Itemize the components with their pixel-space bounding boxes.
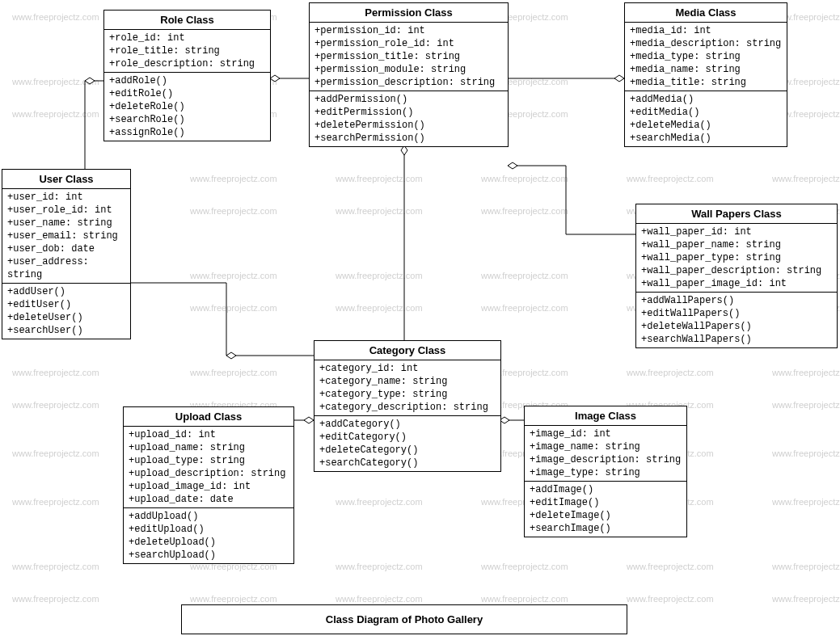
class-title: Media Class bbox=[625, 3, 787, 23]
class-attributes: +permission_id: int+permission_role_id: … bbox=[310, 23, 508, 91]
class-attributes: +upload_id: int+upload_name: string+uplo… bbox=[124, 427, 293, 507]
class-operations: +addUser()+editUser()+deleteUser()+searc… bbox=[2, 283, 130, 339]
class-attributes: +wall_paper_id: int+wall_paper_name: str… bbox=[636, 224, 837, 292]
class-attributes: +user_id: int+user_role_id: int+user_nam… bbox=[2, 189, 130, 283]
class-permission: Permission Class +permission_id: int+per… bbox=[309, 2, 509, 147]
class-operations: +addWallPapers()+editWallPapers()+delete… bbox=[636, 292, 837, 347]
class-attributes: +media_id: int+media_description: string… bbox=[625, 23, 787, 91]
diagram-canvas: Role Class +role_id: int+role_title: str… bbox=[0, 0, 840, 640]
class-title: Permission Class bbox=[310, 3, 508, 23]
class-operations: +addUpload()+editUpload()+deleteUpload()… bbox=[124, 507, 293, 563]
class-title: Upload Class bbox=[124, 407, 293, 427]
class-attributes: +role_id: int+role_title: string+role_de… bbox=[104, 30, 270, 72]
class-title: Role Class bbox=[104, 11, 270, 30]
class-user: User Class +user_id: int+user_role_id: i… bbox=[2, 169, 131, 339]
class-operations: +addCategory()+editCategory()+deleteCate… bbox=[314, 415, 500, 471]
class-upload: Upload Class +upload_id: int+upload_name… bbox=[123, 406, 294, 564]
class-category: Category Class +category_id: int+categor… bbox=[314, 340, 501, 472]
class-title: Category Class bbox=[314, 341, 500, 360]
class-attributes: +image_id: int+image_name: string+image_… bbox=[525, 426, 686, 481]
class-title: User Class bbox=[2, 170, 130, 189]
class-title: Wall Papers Class bbox=[636, 204, 837, 224]
diagram-title: Class Diagram of Photo Gallery bbox=[181, 604, 627, 634]
class-title: Image Class bbox=[525, 406, 686, 426]
class-operations: +addImage()+editImage()+deleteImage()+se… bbox=[525, 481, 686, 537]
class-operations: +addMedia()+editMedia()+deleteMedia()+se… bbox=[625, 91, 787, 146]
class-image: Image Class +image_id: int+image_name: s… bbox=[524, 406, 687, 537]
class-operations: +addPermission()+editPermission()+delete… bbox=[310, 91, 508, 146]
class-attributes: +category_id: int+category_name: string+… bbox=[314, 360, 500, 415]
class-wallpapers: Wall Papers Class +wall_paper_id: int+wa… bbox=[635, 204, 838, 348]
class-media: Media Class +media_id: int+media_descrip… bbox=[624, 2, 787, 147]
class-operations: +addRole()+editRole()+deleteRole()+searc… bbox=[104, 72, 270, 141]
class-role: Role Class +role_id: int+role_title: str… bbox=[103, 10, 271, 141]
